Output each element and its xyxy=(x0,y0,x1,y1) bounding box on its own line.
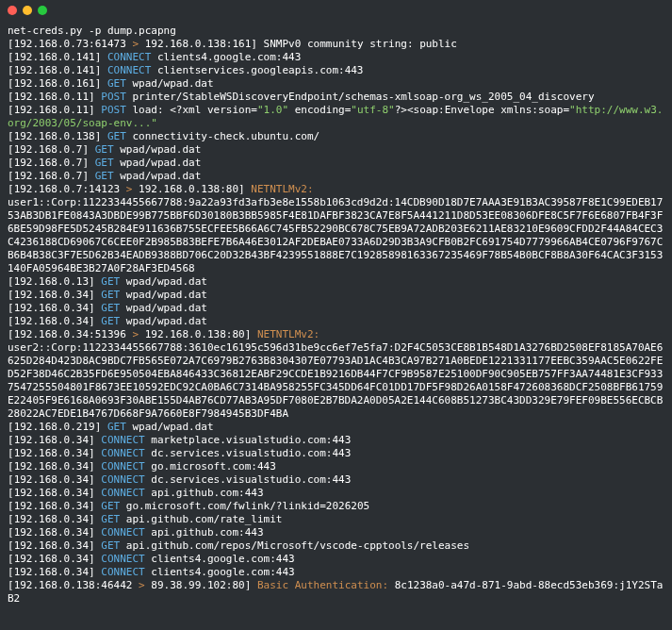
source-ip: 192.168.0.7 xyxy=(14,157,83,169)
http-target: wpad/wpad.dat xyxy=(114,170,202,182)
output-line: [192.168.0.34] CONNECT clients4.google.c… xyxy=(8,553,664,566)
source-ip: 192.168.0.34 xyxy=(14,513,89,525)
output-line: [192.168.0.11] POST printer/StableWSDisc… xyxy=(8,91,664,104)
http-target: wpad/wpad.dat xyxy=(120,302,207,314)
output-line: [192.168.0.73:61473 > 192.168.0.138:161]… xyxy=(8,38,664,51)
http-verb: CONNECT xyxy=(101,566,144,578)
source-ip: 192.168.0.34 xyxy=(14,487,89,499)
terminal-output[interactable]: net-creds.py -p dump.pcapng[192.168.0.73… xyxy=(0,21,672,613)
source-ip: 192.168.0.138 xyxy=(14,130,95,142)
output-line: [192.168.0.13] GET wpad/wpad.dat xyxy=(8,275,664,289)
arrow-icon: > xyxy=(126,38,145,50)
source-ip: 192.168.0.34 xyxy=(14,447,89,459)
source-ip: 192.168.0.34 xyxy=(14,539,89,552)
output-line: [192.168.0.138] GET connectivity-check.u… xyxy=(8,130,664,143)
http-verb: CONNECT xyxy=(101,487,144,499)
http-target: dc.services.visualstudio.com:443 xyxy=(145,447,352,459)
arrow-icon: > xyxy=(132,579,151,591)
http-verb: GET xyxy=(95,157,114,169)
http-verb: GET xyxy=(101,315,120,327)
terminal-window: net-creds.py -p dump.pcapng[192.168.0.73… xyxy=(0,0,672,630)
output-line: [192.168.0.141] CONNECT clientservices.g… xyxy=(8,64,664,77)
arrow-icon: > xyxy=(126,328,145,340)
source-ip: 192.168.0.13 xyxy=(14,275,89,288)
http-verb: CONNECT xyxy=(107,51,151,63)
arrow-icon: > xyxy=(120,183,139,195)
dest-endpoint: 89.38.99.102:80 xyxy=(151,579,244,591)
http-verb: CONNECT xyxy=(101,434,144,446)
minimize-icon[interactable] xyxy=(23,6,32,15)
http-verb: GET xyxy=(101,302,120,314)
http-verb: CONNECT xyxy=(101,473,144,486)
source-ip: 192.168.0.34 xyxy=(14,526,89,539)
ntlm-label: NETNTLMv2: xyxy=(251,183,313,195)
http-target: marketplace.visualstudio.com:443 xyxy=(145,434,352,446)
source-ip: 192.168.0.7 xyxy=(14,143,83,156)
source-ip: 192.168.0.141 xyxy=(14,64,95,76)
output-line: [192.168.0.7] GET wpad/wpad.dat xyxy=(8,157,664,170)
output-line: [192.168.0.138:46442 > 89.38.99.102:80] … xyxy=(8,579,664,605)
http-target: connectivity-check.ubuntu.com/ xyxy=(126,130,320,142)
source-ip: 192.168.0.11 xyxy=(14,91,89,103)
http-target: wpad/wpad.dat xyxy=(114,143,202,156)
dest-endpoint: 192.168.0.138:80 xyxy=(139,183,238,195)
xml-encoding: "utf-8" xyxy=(351,104,394,116)
source-ip: 192.168.0.34 xyxy=(14,302,89,314)
http-target: api.github.com/rate_limit xyxy=(120,513,282,525)
http-verb: GET xyxy=(107,130,126,142)
http-target: wpad/wpad.dat xyxy=(120,315,207,327)
http-target: wpad/wpad.dat xyxy=(114,157,202,169)
output-line: [192.168.0.7] GET wpad/wpad.dat xyxy=(8,143,664,157)
output-line: [192.168.0.7:14123 > 192.168.0.138:80] N… xyxy=(8,183,664,196)
ntlm-hash: user2::Corp:1122334455667788:3610ec16195… xyxy=(8,341,664,421)
source-endpoint: 192.168.0.138:46442 xyxy=(14,579,133,591)
output-line: [192.168.0.219] GET wpad/wpad.dat xyxy=(8,421,664,434)
ntlm-label: NETNTLMv2: xyxy=(257,328,320,340)
basic-auth-label: Basic Authentication: xyxy=(257,579,388,591)
output-line: [192.168.0.34] GET wpad/wpad.dat xyxy=(8,315,664,328)
ntlm-hash: user1::Corp:1122334455667788:9a22a93fd3a… xyxy=(8,196,664,275)
http-verb: GET xyxy=(95,143,114,156)
snmp-text: SNMPv0 community string: public xyxy=(264,38,457,50)
http-target: wpad/wpad.dat xyxy=(126,77,214,90)
http-verb: CONNECT xyxy=(101,553,144,565)
http-target: wpad/wpad.dat xyxy=(120,275,207,288)
http-target: clients4.google.com:443 xyxy=(145,553,295,565)
http-verb: CONNECT xyxy=(101,526,144,539)
source-ip: 192.168.0.141 xyxy=(14,51,95,63)
output-line: [192.168.0.34] GET api.github.com/repos/… xyxy=(8,539,664,553)
source-ip: 192.168.0.219 xyxy=(14,421,95,433)
maximize-icon[interactable] xyxy=(38,6,47,15)
http-verb: POST xyxy=(101,104,126,116)
http-verb: CONNECT xyxy=(101,447,144,459)
source-ip: 192.168.0.34 xyxy=(14,473,89,486)
output-line: [192.168.0.141] CONNECT clients4.google.… xyxy=(8,51,664,64)
http-verb: GET xyxy=(101,289,120,301)
titlebar xyxy=(0,0,672,21)
source-ip: 192.168.0.7 xyxy=(14,170,83,182)
source-ip: 192.168.0.11 xyxy=(14,104,89,116)
output-line: [192.168.0.34] CONNECT dc.services.visua… xyxy=(8,447,664,460)
http-verb: GET xyxy=(95,170,114,182)
http-target: api.github.com:443 xyxy=(145,526,264,539)
hash-text: user1::Corp:1122334455667788:9a22a93fd3a… xyxy=(8,196,663,274)
hash-text: user2::Corp:1122334455667788:3610ec16195… xyxy=(8,341,663,420)
source-endpoint: 192.168.0.7:14123 xyxy=(14,183,121,195)
source-ip: 192.168.0.34 xyxy=(14,553,89,565)
http-verb: GET xyxy=(101,500,120,512)
output-line: [192.168.0.11] POST load: <?xml version=… xyxy=(8,104,664,130)
output-line: [192.168.0.161] GET wpad/wpad.dat xyxy=(8,77,664,91)
output-line: [192.168.0.34] GET wpad/wpad.dat xyxy=(8,302,664,315)
output-line: [192.168.0.34] CONNECT marketplace.visua… xyxy=(8,434,664,447)
close-icon[interactable] xyxy=(8,6,17,15)
http-verb: POST xyxy=(101,91,126,103)
source-ip: 192.168.0.34 xyxy=(14,434,89,446)
http-verb: CONNECT xyxy=(107,64,151,76)
source-ip: 192.168.0.161 xyxy=(14,77,95,90)
dest-endpoint: 192.168.0.138:80 xyxy=(145,328,245,340)
http-target: printer/StableWSDiscoveryEndpoint/schema… xyxy=(126,91,595,103)
http-verb: GET xyxy=(101,539,120,552)
dest-endpoint: 192.168.0.138:161 xyxy=(145,38,252,50)
source-endpoint: 192.168.0.73:61473 xyxy=(14,38,126,50)
http-target: clientservices.googleapis.com:443 xyxy=(151,64,363,76)
